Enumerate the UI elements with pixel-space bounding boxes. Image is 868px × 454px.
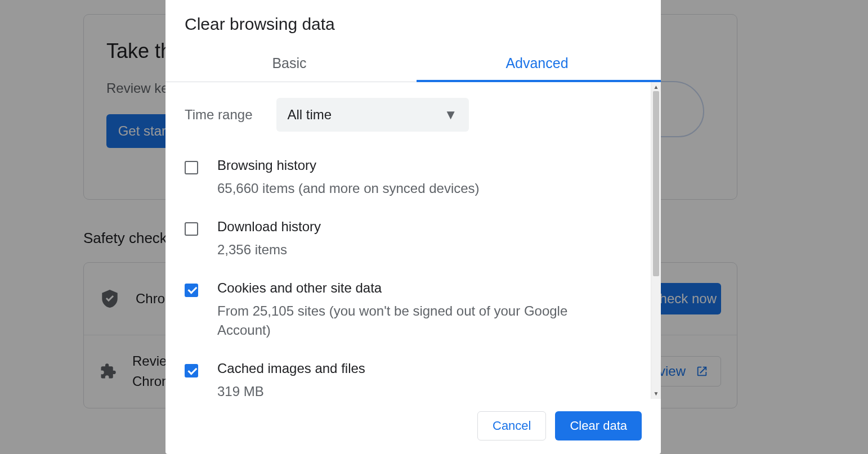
- option-sub: 65,660 items (and more on synced devices…: [217, 179, 480, 199]
- option-cached: Cached images and files 319 MB: [185, 350, 632, 399]
- option-cookies: Cookies and other site data From 25,105 …: [185, 270, 632, 351]
- scroll-up-icon[interactable]: ▲: [654, 83, 659, 91]
- time-range-select[interactable]: All time ▼: [276, 98, 469, 132]
- tab-advanced[interactable]: Advanced: [413, 46, 661, 82]
- dialog-footer: Cancel Clear data: [165, 399, 661, 454]
- option-browsing-history: Browsing history 65,660 items (and more …: [185, 147, 632, 209]
- clear-browsing-data-dialog: Clear browsing data Basic Advanced Time …: [165, 0, 661, 454]
- option-sub: From 25,105 sites (you won't be signed o…: [217, 302, 623, 341]
- dialog-scroll-area: Time range All time ▼ Browsing history 6…: [165, 82, 651, 399]
- checkbox-browsing-history[interactable]: [185, 161, 198, 174]
- scroll-down-icon[interactable]: ▼: [654, 390, 659, 398]
- clear-data-button[interactable]: Clear data: [555, 411, 642, 440]
- cancel-button[interactable]: Cancel: [477, 411, 546, 440]
- tab-basic[interactable]: Basic: [165, 46, 413, 82]
- option-title: Browsing history: [217, 158, 480, 173]
- option-title: Cookies and other site data: [217, 280, 623, 296]
- option-sub: 2,356 items: [217, 240, 321, 260]
- option-title: Download history: [217, 219, 321, 235]
- caret-down-icon: ▼: [444, 107, 458, 123]
- scrollbar-track[interactable]: [651, 91, 661, 390]
- checkbox-download-history[interactable]: [185, 222, 198, 236]
- scrollbar-thumb[interactable]: [653, 91, 659, 276]
- time-range-value: All time: [288, 107, 332, 123]
- time-range-label: Time range: [185, 107, 253, 123]
- dialog-tabs: Basic Advanced: [165, 46, 661, 82]
- checkbox-cookies[interactable]: [185, 284, 198, 297]
- checkbox-cached[interactable]: [185, 364, 198, 377]
- option-title: Cached images and files: [217, 361, 365, 376]
- option-download-history: Download history 2,356 items: [185, 209, 632, 270]
- dialog-title: Clear browsing data: [165, 0, 661, 46]
- option-sub: 319 MB: [217, 382, 365, 399]
- dialog-scrollbar[interactable]: ▲ ▼: [651, 82, 661, 399]
